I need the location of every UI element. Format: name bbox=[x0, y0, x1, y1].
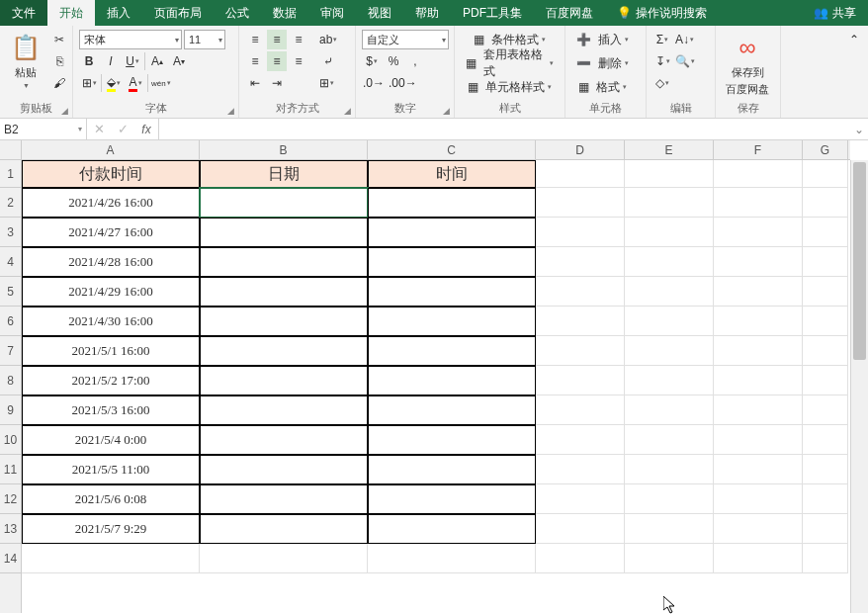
cell-A4[interactable]: 2021/4/28 16:00 bbox=[22, 247, 200, 277]
cell-B11[interactable] bbox=[200, 455, 368, 484]
tab-view[interactable]: 视图 bbox=[356, 0, 403, 26]
select-all-corner[interactable] bbox=[0, 140, 22, 160]
row-header-4[interactable]: 4 bbox=[0, 247, 21, 277]
cell-E1[interactable] bbox=[625, 160, 714, 188]
increase-decimal-button[interactable]: .0→ bbox=[362, 73, 386, 93]
cell-F8[interactable] bbox=[714, 366, 803, 395]
cell-D9[interactable] bbox=[536, 395, 625, 425]
name-box[interactable]: B2▾ bbox=[0, 119, 87, 139]
cell-F7[interactable] bbox=[714, 336, 803, 366]
column-header-D[interactable]: D bbox=[536, 140, 625, 159]
cell-G5[interactable] bbox=[803, 277, 848, 307]
cell-G6[interactable] bbox=[803, 307, 848, 336]
clear-button[interactable]: ◇▾ bbox=[652, 73, 672, 93]
font-color-button[interactable]: A▾ bbox=[126, 73, 145, 93]
row-header-9[interactable]: 9 bbox=[0, 395, 21, 425]
cell-D13[interactable] bbox=[536, 514, 625, 544]
cell-E10[interactable] bbox=[625, 425, 714, 455]
cell-G9[interactable] bbox=[803, 395, 848, 425]
cut-button[interactable]: ✂ bbox=[49, 30, 69, 49]
column-header-C[interactable]: C bbox=[368, 140, 536, 159]
cell-G14[interactable] bbox=[803, 544, 848, 573]
font-grow-button[interactable]: A▴ bbox=[147, 51, 167, 71]
row-header-7[interactable]: 7 bbox=[0, 336, 21, 366]
wrap-text-button[interactable]: ⤶ bbox=[318, 51, 338, 71]
cell-C14[interactable] bbox=[368, 544, 536, 573]
row-header-6[interactable]: 6 bbox=[0, 307, 21, 336]
cell-F12[interactable] bbox=[714, 484, 803, 514]
column-header-G[interactable]: G bbox=[803, 140, 848, 159]
cell-D2[interactable] bbox=[536, 188, 625, 218]
font-size-combo[interactable]: 11▾ bbox=[184, 30, 225, 49]
row-header-12[interactable]: 12 bbox=[0, 484, 21, 514]
cell-G11[interactable] bbox=[803, 455, 848, 484]
cell-E6[interactable] bbox=[625, 307, 714, 336]
cell-A13[interactable]: 2021/5/7 9:29 bbox=[22, 514, 200, 544]
sort-filter-button[interactable]: A↓▾ bbox=[674, 30, 695, 49]
currency-button[interactable]: $▾ bbox=[362, 51, 382, 71]
cells-grid[interactable]: 付款时间日期时间2021/4/26 16:002021/4/27 16:0020… bbox=[22, 160, 850, 613]
tab-help[interactable]: 帮助 bbox=[403, 0, 451, 26]
cell-C12[interactable] bbox=[368, 484, 536, 514]
insert-cells-button[interactable]: ➕ 插入▾ bbox=[571, 30, 634, 49]
cell-E13[interactable] bbox=[625, 514, 714, 544]
cell-D14[interactable] bbox=[536, 544, 625, 573]
cell-C13[interactable] bbox=[368, 514, 536, 544]
cell-D5[interactable] bbox=[536, 277, 625, 307]
tab-share[interactable]: 👥共享 bbox=[802, 0, 868, 26]
cell-D6[interactable] bbox=[536, 307, 625, 336]
cell-G8[interactable] bbox=[803, 366, 848, 395]
cell-C9[interactable] bbox=[368, 395, 536, 425]
paste-button[interactable]: 📋 粘贴 ▼ bbox=[6, 30, 45, 91]
cell-D7[interactable] bbox=[536, 336, 625, 366]
cell-B12[interactable] bbox=[200, 484, 368, 514]
cell-G7[interactable] bbox=[803, 336, 848, 366]
autosum-button[interactable]: Σ▾ bbox=[652, 30, 672, 49]
cell-C11[interactable] bbox=[368, 455, 536, 484]
align-top-button[interactable]: ≡ bbox=[245, 30, 265, 49]
column-header-B[interactable]: B bbox=[200, 140, 368, 159]
format-cells-button[interactable]: ▦ 格式▾ bbox=[571, 77, 634, 97]
cell-F10[interactable] bbox=[714, 425, 803, 455]
font-name-combo[interactable]: 宋体▾ bbox=[79, 30, 182, 49]
cell-styles-button[interactable]: ▦ 单元格样式▾ bbox=[461, 77, 559, 97]
cell-B1[interactable]: 日期 bbox=[200, 160, 368, 188]
cell-A11[interactable]: 2021/5/5 11:00 bbox=[22, 455, 200, 484]
cell-G13[interactable] bbox=[803, 514, 848, 544]
tab-insert[interactable]: 插入 bbox=[95, 0, 142, 26]
cell-F9[interactable] bbox=[714, 395, 803, 425]
align-left-button[interactable]: ≡ bbox=[245, 51, 265, 71]
align-middle-button[interactable]: ≡ bbox=[267, 30, 287, 49]
cell-D3[interactable] bbox=[536, 218, 625, 247]
bold-button[interactable]: B bbox=[79, 51, 99, 71]
cell-C7[interactable] bbox=[368, 336, 536, 366]
align-center-button[interactable]: ≡ bbox=[267, 51, 287, 71]
tab-pdf[interactable]: PDF工具集 bbox=[451, 0, 534, 26]
cell-A1[interactable]: 付款时间 bbox=[22, 160, 200, 188]
cell-B9[interactable] bbox=[200, 395, 368, 425]
enter-formula-button[interactable]: ✓ bbox=[111, 122, 134, 136]
save-baidu-button[interactable]: ∞ 保存到 百度网盘 bbox=[722, 30, 773, 99]
cell-C1[interactable]: 时间 bbox=[368, 160, 536, 188]
indent-increase-button[interactable]: ⇥ bbox=[267, 73, 287, 93]
row-header-5[interactable]: 5 bbox=[0, 277, 21, 307]
row-header-1[interactable]: 1 bbox=[0, 160, 21, 188]
vertical-scrollbar[interactable] bbox=[850, 160, 868, 613]
cell-C10[interactable] bbox=[368, 425, 536, 455]
tab-review[interactable]: 审阅 bbox=[308, 0, 356, 26]
cell-G3[interactable] bbox=[803, 218, 848, 247]
cell-G12[interactable] bbox=[803, 484, 848, 514]
tab-baidu[interactable]: 百度网盘 bbox=[534, 0, 605, 26]
tab-tellme[interactable]: 💡操作说明搜索 bbox=[605, 0, 719, 26]
cell-A8[interactable]: 2021/5/2 17:00 bbox=[22, 366, 200, 395]
column-header-A[interactable]: A bbox=[22, 140, 200, 159]
orientation-button[interactable]: ab▾ bbox=[318, 30, 338, 49]
scrollbar-thumb[interactable] bbox=[853, 162, 866, 360]
cell-G1[interactable] bbox=[803, 160, 848, 188]
tab-home[interactable]: 开始 bbox=[47, 0, 95, 26]
align-bottom-button[interactable]: ≡ bbox=[289, 30, 308, 49]
tab-data[interactable]: 数据 bbox=[261, 0, 308, 26]
row-header-14[interactable]: 14 bbox=[0, 544, 21, 573]
delete-cells-button[interactable]: ➖ 删除▾ bbox=[571, 53, 634, 73]
cell-E8[interactable] bbox=[625, 366, 714, 395]
